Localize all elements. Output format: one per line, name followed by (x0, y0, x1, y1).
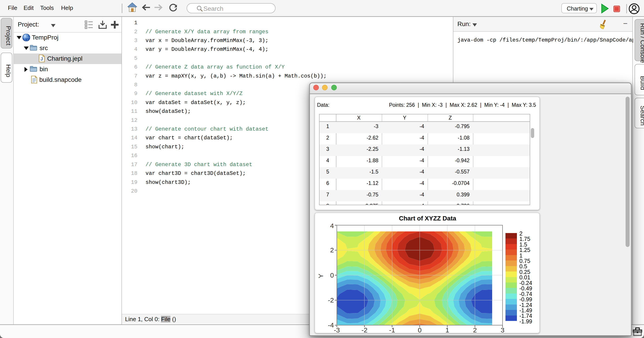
svg-text:J: J (40, 56, 43, 61)
